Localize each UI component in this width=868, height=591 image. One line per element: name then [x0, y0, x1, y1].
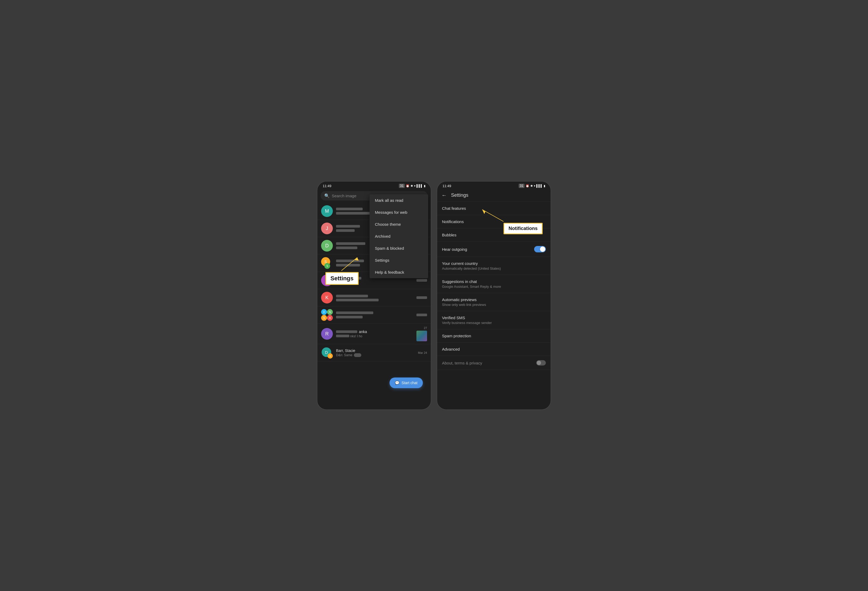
- avatar: R: [321, 328, 333, 340]
- start-chat-label: Start chat: [402, 381, 418, 385]
- about-toggle: [536, 360, 546, 366]
- settings-item-title: Spam protection: [442, 333, 546, 338]
- settings-item-country[interactable]: Your current country Automatically detec…: [437, 257, 551, 275]
- avatar-stack: D N S A: [321, 309, 333, 321]
- settings-item-suggestions[interactable]: Suggestions in chat Google Assistant, Sm…: [437, 275, 551, 293]
- msg-meta: Mar 24: [418, 351, 427, 354]
- settings-item-row: Hear outgoing: [442, 246, 546, 252]
- bluetooth-icon: ✱: [410, 184, 413, 188]
- avatar-stack: S S: [321, 257, 333, 269]
- msg-time: 27: [424, 326, 427, 330]
- msg-preview-text: nks! I ho: [350, 335, 362, 338]
- right-phone: 11:49 31 ⏰ ✱ ▾ ▌▌▌ ▮ ← Settings Chat fea…: [437, 181, 551, 410]
- msg-content: Barr, Stacie D&n: Same: [336, 348, 415, 357]
- settings-item-subtitle: Show only web link previews: [442, 303, 546, 307]
- settings-item-title: Automatic previews: [442, 297, 546, 302]
- calendar-icon: 31: [399, 184, 404, 188]
- avatar-stack: D S: [321, 347, 333, 358]
- list-item[interactable]: D N S A: [317, 307, 431, 324]
- settings-page-title: Settings: [451, 193, 468, 198]
- settings-item-advanced[interactable]: Advanced: [437, 343, 551, 356]
- blurred-name: [336, 330, 357, 333]
- msg-preview: [336, 299, 413, 301]
- settings-item-title: About, terms & privacy: [442, 361, 482, 365]
- msg-content: [336, 311, 413, 319]
- list-item[interactable]: K: [317, 289, 431, 307]
- avatar: N: [327, 309, 333, 315]
- list-item[interactable]: R anka nks! I ho 27: [317, 324, 431, 344]
- msg-preview: [336, 315, 413, 319]
- svg-line-0: [341, 258, 357, 271]
- settings-item-about[interactable]: About, terms & privacy: [437, 356, 551, 370]
- signal-icon: ▌▌▌: [536, 184, 543, 187]
- menu-item-settings[interactable]: Settings: [369, 254, 428, 266]
- settings-item-hear-outgoing[interactable]: Hear outgoing: [437, 242, 551, 257]
- msg-meta: [416, 314, 427, 316]
- msg-name: anka: [336, 330, 413, 334]
- dropdown-menu: Mark all as read Messages for web Choose…: [369, 195, 428, 278]
- msg-meta: [416, 279, 427, 281]
- settings-arrow: [341, 258, 373, 273]
- right-status-time: 11:49: [443, 184, 451, 188]
- menu-item-spam-blocked[interactable]: Spam & blocked: [369, 242, 428, 254]
- toggle-small-preview: [354, 353, 361, 357]
- main-container: 11:49 31 ⏰ ✱ ▾ ▌▌▌ ▮ 🔍 Search image M: [311, 176, 557, 415]
- settings-item-spam-protection[interactable]: Spam protection: [437, 329, 551, 343]
- battery-icon: ▮: [424, 184, 425, 188]
- calendar-icon: 31: [519, 184, 524, 188]
- start-chat-button[interactable]: 💬 Start chat: [390, 377, 423, 388]
- settings-item-auto-previews[interactable]: Automatic previews Show only web link pr…: [437, 293, 551, 311]
- right-status-bar: 11:49 31 ⏰ ✱ ▾ ▌▌▌ ▮: [437, 181, 551, 189]
- wifi-icon: ▾: [534, 184, 536, 188]
- settings-annotation-box: Settings: [325, 272, 359, 285]
- blurred-preview: [336, 316, 363, 318]
- wifi-icon: ▾: [414, 184, 416, 188]
- blurred-name: [336, 242, 365, 245]
- notifications-annotation-box: Notifications: [503, 223, 543, 234]
- avatar: J: [321, 223, 333, 234]
- settings-header: ← Settings: [437, 189, 551, 202]
- msg-time: [416, 279, 427, 281]
- right-status-icons: 31 ⏰ ✱ ▾ ▌▌▌ ▮: [519, 184, 545, 188]
- menu-item-choose-theme[interactable]: Choose theme: [369, 218, 428, 230]
- msg-content: anka nks! I ho: [336, 330, 413, 338]
- search-icon: 🔍: [324, 193, 330, 198]
- msg-meta: [416, 296, 427, 299]
- menu-item-archived[interactable]: Archived: [369, 230, 428, 242]
- msg-time: [416, 314, 427, 316]
- settings-item-title: Verified SMS: [442, 315, 546, 320]
- menu-item-mark-read[interactable]: Mark all as read: [369, 195, 428, 206]
- avatar: D: [321, 309, 327, 315]
- notifications-annotation: Notifications: [503, 223, 543, 234]
- settings-item-subtitle: Google Assistant, Smart Reply & more: [442, 284, 546, 289]
- back-button[interactable]: ←: [441, 192, 447, 198]
- settings-item-verified-sms[interactable]: Verified SMS Verify business message sen…: [437, 311, 551, 329]
- blurred-name: [336, 295, 368, 297]
- blurred-name: [336, 208, 363, 210]
- left-status-time: 11:49: [323, 184, 332, 188]
- avatar: S: [321, 315, 327, 321]
- settings-item-subtitle: Verify business message sender: [442, 321, 546, 325]
- avatar: S: [328, 353, 333, 358]
- alarm-icon: ⏰: [526, 184, 529, 188]
- settings-annotation: Settings: [325, 272, 359, 285]
- msg-name: [336, 294, 413, 298]
- left-phone: 11:49 31 ⏰ ✱ ▾ ▌▌▌ ▮ 🔍 Search image M: [317, 181, 431, 410]
- avatar: S: [324, 263, 330, 269]
- msg-time: Mar 24: [418, 351, 427, 354]
- msg-meta: 27: [416, 326, 427, 341]
- menu-item-messages-web[interactable]: Messages for web: [369, 206, 428, 218]
- list-item[interactable]: D S Barr, Stacie D&n: Same Mar 24: [317, 344, 431, 361]
- blurred-preview: [336, 229, 355, 232]
- menu-item-help-feedback[interactable]: Help & feedback: [369, 266, 428, 278]
- blurred-preview: [336, 299, 379, 301]
- settings-item-title: Advanced: [442, 347, 546, 351]
- hear-outgoing-toggle[interactable]: [534, 246, 546, 252]
- msg-name: [336, 311, 413, 315]
- search-input[interactable]: Search image: [332, 193, 357, 198]
- msg-name-partial: anka: [359, 330, 367, 334]
- blurred-preview: [336, 335, 349, 337]
- blurred-preview: [336, 246, 357, 249]
- left-status-icons: 31 ⏰ ✱ ▾ ▌▌▌ ▮: [399, 184, 425, 188]
- msg-preview: nks! I ho: [336, 335, 413, 338]
